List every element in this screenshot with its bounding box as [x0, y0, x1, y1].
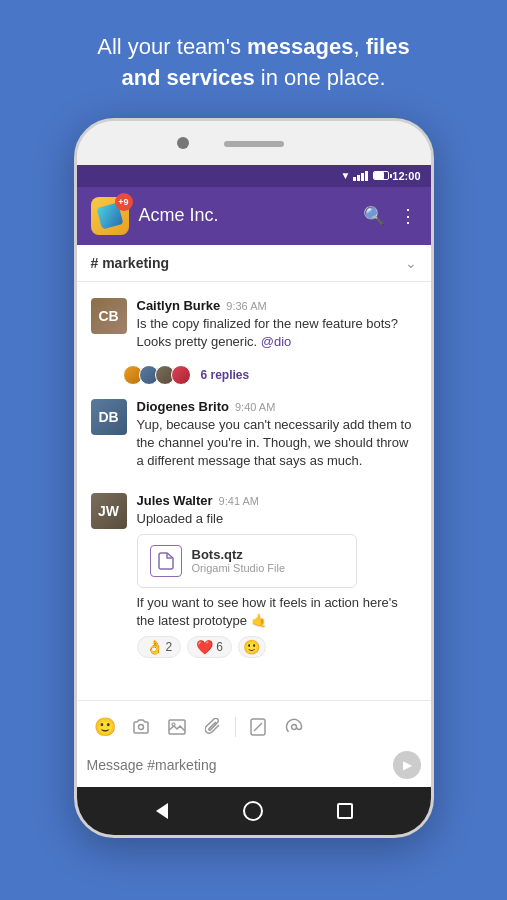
channel-header[interactable]: # marketing ⌄ — [77, 245, 431, 282]
hero-bold-and-services: and services — [121, 65, 254, 90]
file-type: Origami Studio File — [192, 562, 344, 574]
reaction-ok[interactable]: 👌 2 — [137, 636, 182, 658]
file-info: Bots.qtz Origami Studio File — [192, 547, 344, 574]
file-icon — [150, 545, 182, 577]
reaction-count: 6 — [216, 640, 223, 654]
add-reaction-icon: 🙂 — [243, 639, 260, 655]
channel-name: # marketing — [91, 255, 170, 271]
message-time: 9:36 AM — [226, 300, 266, 312]
reply-avatars — [123, 365, 191, 385]
add-reaction-button[interactable]: 🙂 — [238, 636, 266, 658]
hero-bold-messages: messages — [247, 34, 353, 59]
at-toolbar-icon[interactable] — [276, 709, 312, 745]
table-row: JW Jules Walter 9:41 AM Uploaded a file — [77, 485, 431, 667]
message-meta: Diogenes Brito 9:40 AM — [137, 399, 417, 414]
hero-section: All your team's messages, files and serv… — [57, 0, 449, 114]
message-meta: Caitlyn Burke 9:36 AM — [137, 298, 417, 313]
upload-text: Uploaded a file — [137, 510, 417, 528]
status-bar: ▼ 12:00 — [77, 165, 431, 187]
svg-point-0 — [138, 724, 143, 729]
input-area: 🙂 — [77, 700, 431, 787]
app-logo: +9 — [91, 197, 129, 235]
message-time: 9:40 AM — [235, 401, 275, 413]
message-content: Caitlyn Burke 9:36 AM Is the copy finali… — [137, 298, 417, 351]
notification-badge: +9 — [115, 193, 133, 211]
back-arrow-icon — [156, 803, 168, 819]
message-content: Jules Walter 9:41 AM Uploaded a file — [137, 493, 417, 659]
message-text: Yup, because you can't necessarily add t… — [137, 416, 417, 471]
message-content: Diogenes Brito 9:40 AM Yup, because you … — [137, 399, 417, 471]
sender-name: Caitlyn Burke — [137, 298, 221, 313]
app-header: +9 Acme Inc. 🔍 ⋮ — [77, 187, 431, 245]
attachment-toolbar-icon[interactable] — [195, 709, 231, 745]
recents-nav-button[interactable] — [333, 799, 357, 823]
hero-text: All your team's messages, files and serv… — [97, 34, 409, 90]
signal-icon — [353, 171, 368, 181]
svg-line-4 — [254, 723, 262, 731]
slash-toolbar-icon[interactable] — [240, 709, 276, 745]
image-toolbar-icon[interactable] — [159, 709, 195, 745]
phone-speaker — [224, 141, 284, 147]
message-time: 9:41 AM — [219, 495, 259, 507]
toolbar-divider — [235, 717, 236, 737]
send-icon: ▶ — [403, 758, 412, 772]
phone-shell: ▼ 12:00 — [74, 118, 434, 838]
replies-count[interactable]: 6 replies — [201, 368, 250, 382]
more-options-icon[interactable]: ⋮ — [399, 205, 417, 227]
avatar: JW — [91, 493, 127, 529]
message-text: If you want to see how it feels in actio… — [137, 594, 417, 630]
phone-nav-bar — [77, 787, 431, 835]
message-input[interactable] — [87, 757, 385, 773]
channel-dropdown-icon[interactable]: ⌄ — [405, 255, 417, 271]
file-name: Bots.qtz — [192, 547, 344, 562]
svg-rect-1 — [169, 720, 185, 734]
home-nav-button[interactable] — [241, 799, 265, 823]
emoji-toolbar-icon[interactable]: 🙂 — [87, 709, 123, 745]
sender-name: Diogenes Brito — [137, 399, 229, 414]
reactions: 👌 2 ❤️ 6 🙂 — [137, 636, 417, 658]
camera-toolbar-icon[interactable] — [123, 709, 159, 745]
reaction-count: 2 — [166, 640, 173, 654]
wifi-icon: ▼ — [340, 170, 350, 181]
reaction-emoji: ❤️ — [196, 639, 213, 655]
phone-top-hardware — [77, 121, 431, 165]
battery-icon — [373, 171, 389, 180]
status-time: 12:00 — [392, 170, 420, 182]
back-nav-button[interactable] — [150, 799, 174, 823]
messages-area: CB Caitlyn Burke 9:36 AM Is the copy fin… — [77, 282, 431, 700]
reaction-heart[interactable]: ❤️ 6 — [187, 636, 232, 658]
replies-row[interactable]: 6 replies — [77, 365, 431, 385]
file-attachment[interactable]: Bots.qtz Origami Studio File — [137, 534, 357, 588]
mention[interactable]: @dio — [261, 334, 292, 349]
reaction-emoji: 👌 — [146, 639, 163, 655]
hero-bold-files: files — [366, 34, 410, 59]
message-text: Is the copy finalized for the new featur… — [137, 315, 417, 351]
reply-avatar — [171, 365, 191, 385]
app-content: ▼ 12:00 — [77, 165, 431, 787]
avatar: CB — [91, 298, 127, 334]
message-meta: Jules Walter 9:41 AM — [137, 493, 417, 508]
recents-square-icon — [337, 803, 353, 819]
search-icon[interactable]: 🔍 — [363, 205, 385, 227]
home-circle-icon — [243, 801, 263, 821]
table-row: DB Diogenes Brito 9:40 AM Yup, because y… — [77, 391, 431, 479]
sender-name: Jules Walter — [137, 493, 213, 508]
input-toolbar: 🙂 — [87, 709, 421, 745]
send-button[interactable]: ▶ — [393, 751, 421, 779]
workspace-title: Acme Inc. — [139, 205, 353, 226]
avatar: DB — [91, 399, 127, 435]
front-camera — [177, 137, 189, 149]
header-icons: 🔍 ⋮ — [363, 205, 417, 227]
table-row: CB Caitlyn Burke 9:36 AM Is the copy fin… — [77, 290, 431, 359]
message-input-row: ▶ — [87, 751, 421, 779]
